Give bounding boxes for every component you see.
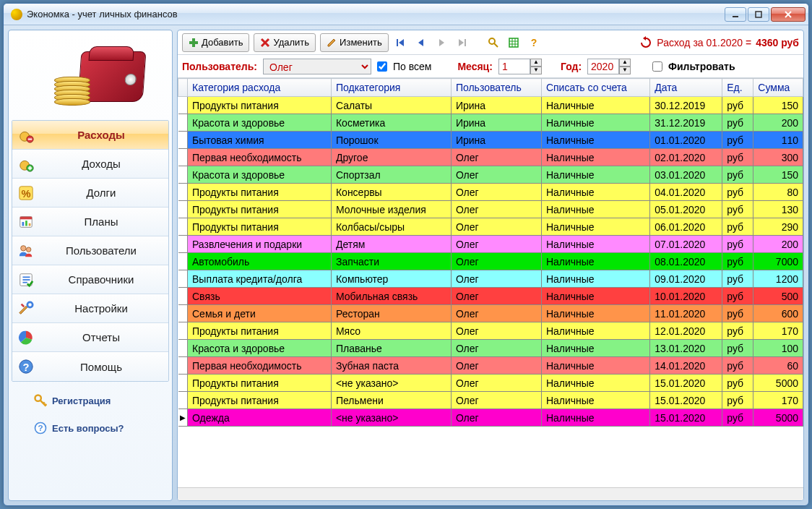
cell-category: Продукты питания bbox=[188, 218, 332, 236]
col-user[interactable]: Пользователь bbox=[451, 79, 541, 97]
table-row[interactable]: АвтомобильЗапчастиОлегНаличные08.01.2020… bbox=[178, 253, 803, 270]
cell-acc: Наличные bbox=[541, 184, 649, 201]
nav-label: Планы bbox=[40, 215, 163, 228]
svg-text:?: ? bbox=[530, 37, 537, 48]
table-row[interactable]: Продукты питанияКолбасы/сырыОлегНаличные… bbox=[178, 218, 803, 236]
col-category[interactable]: Категория расхода bbox=[188, 79, 332, 97]
cell-user: Олег bbox=[451, 218, 541, 236]
nav-reports[interactable]: Отчеты bbox=[12, 323, 168, 352]
nav-debts[interactable]: % Долги bbox=[12, 179, 168, 208]
cell-sum: 110 bbox=[753, 132, 803, 149]
table-row[interactable]: Красота и здоровьеСпортзалОлегНаличные03… bbox=[178, 166, 803, 184]
nav-settings[interactable]: Настройки bbox=[12, 294, 168, 323]
col-sum[interactable]: Сумма bbox=[753, 79, 803, 97]
cell-sub: Консервы bbox=[331, 184, 451, 201]
minimize-button[interactable] bbox=[725, 7, 746, 22]
cell-sum: 80 bbox=[753, 184, 803, 201]
table-row[interactable]: Развлечения и подаркиДетямОлегНаличные07… bbox=[178, 236, 803, 253]
table-row[interactable]: ▶Одежда<не указано>ОлегНаличные15.01.202… bbox=[178, 409, 803, 427]
last-button[interactable] bbox=[454, 35, 470, 51]
svg-rect-34 bbox=[397, 39, 398, 46]
cell-sub: Спортзал bbox=[331, 166, 451, 184]
prev-button[interactable] bbox=[413, 35, 429, 51]
cell-sum: 150 bbox=[753, 166, 803, 184]
month-input[interactable] bbox=[498, 59, 530, 74]
grid-wrap[interactable]: Категория расхода Подкатегория Пользоват… bbox=[178, 78, 803, 487]
cell-sum: 200 bbox=[753, 114, 803, 132]
nav-users[interactable]: Пользователи bbox=[12, 236, 168, 265]
col-date[interactable]: Дата bbox=[650, 79, 722, 97]
all-checkbox[interactable] bbox=[377, 61, 387, 72]
cell-sub: Порошок bbox=[331, 132, 451, 149]
cell-user: Олег bbox=[451, 201, 541, 218]
nav-label: Справочники bbox=[40, 273, 163, 286]
register-link[interactable]: Регистрация bbox=[33, 393, 169, 408]
delete-button[interactable]: Удалить bbox=[254, 33, 316, 52]
svg-marker-48 bbox=[643, 36, 646, 40]
table-row[interactable]: Продукты питанияМясоОлегНаличные12.01.20… bbox=[178, 322, 803, 340]
table-row[interactable]: Первая необходимостьЗубная пастаОлегНали… bbox=[178, 357, 803, 375]
cell-category: Первая необходимость bbox=[188, 149, 332, 166]
help-button[interactable]: ? bbox=[526, 35, 542, 51]
questions-link[interactable]: ? Есть вопросы? bbox=[33, 421, 169, 435]
h-scrollbar[interactable] bbox=[178, 487, 803, 500]
next-button[interactable] bbox=[433, 35, 449, 51]
table-row[interactable]: Продукты питанияСалатыИринаНаличные30.12… bbox=[178, 97, 803, 114]
month-up[interactable]: ▲ bbox=[530, 59, 542, 67]
x-icon bbox=[260, 38, 270, 48]
edit-button[interactable]: Изменить bbox=[320, 33, 389, 52]
window-title: Экономка - учет личных финансов bbox=[27, 9, 725, 20]
nav-income[interactable]: Доходы bbox=[12, 150, 168, 179]
nav-references[interactable]: Справочники bbox=[12, 265, 168, 294]
table-row[interactable]: Семья и детиРесторанОлегНаличные11.01.20… bbox=[178, 305, 803, 322]
month-down[interactable]: ▼ bbox=[530, 67, 542, 74]
table-row[interactable]: Красота и здоровьеПлаваньеОлегНаличные13… bbox=[178, 340, 803, 357]
cell-sub: Другое bbox=[331, 149, 451, 166]
col-subcategory[interactable]: Подкатегория bbox=[331, 79, 451, 97]
cell-acc: Наличные bbox=[541, 288, 649, 305]
main-panel: Добавить Удалить Изменить ? bbox=[177, 30, 804, 501]
table-row[interactable]: СвязьМобильная связьОлегНаличные10.01.20… bbox=[178, 288, 803, 305]
table-row[interactable]: Бытовая химияПорошокИринаНаличные01.01.2… bbox=[178, 132, 803, 149]
cell-unit: руб bbox=[722, 270, 753, 288]
cell-sub: Колбасы/сыры bbox=[331, 218, 451, 236]
table-row[interactable]: Выплата кредита/долгаКомпьютерОлегНаличн… bbox=[178, 270, 803, 288]
export-button[interactable] bbox=[506, 35, 522, 51]
table-row[interactable]: Первая необходимостьДругоеОлегНаличные02… bbox=[178, 149, 803, 166]
nav-plans[interactable]: Планы bbox=[12, 208, 168, 236]
nav-expenses[interactable]: Расходы bbox=[12, 121, 168, 150]
table-row[interactable]: Продукты питания<не указано>ОлегНаличные… bbox=[178, 375, 803, 392]
cell-unit: руб bbox=[722, 357, 753, 375]
cell-category: Продукты питания bbox=[188, 375, 332, 392]
col-account[interactable]: Списать со счета bbox=[541, 79, 649, 97]
cell-category: Выплата кредита/долга bbox=[188, 270, 332, 288]
year-up[interactable]: ▲ bbox=[619, 59, 631, 67]
cell-category: Одежда bbox=[188, 409, 332, 427]
year-input[interactable] bbox=[587, 59, 619, 74]
svg-text:?: ? bbox=[23, 362, 30, 373]
coins-plus-icon bbox=[18, 156, 34, 172]
table-row[interactable]: Продукты питанияКонсервыОлегНаличные04.0… bbox=[178, 184, 803, 201]
year-down[interactable]: ▼ bbox=[619, 67, 631, 74]
cell-date: 11.01.2020 bbox=[650, 305, 722, 322]
table-row[interactable]: Красота и здоровьеКосметикаИринаНаличные… bbox=[178, 114, 803, 132]
add-button[interactable]: Добавить bbox=[182, 33, 249, 52]
cell-sub: Компьютер bbox=[331, 270, 451, 288]
first-button[interactable] bbox=[393, 35, 409, 51]
maximize-button[interactable] bbox=[748, 7, 769, 22]
cell-category: Продукты питания bbox=[188, 184, 332, 201]
table-row[interactable]: Продукты питанияПельмениОлегНаличные15.0… bbox=[178, 392, 803, 409]
close-button[interactable] bbox=[771, 7, 805, 22]
register-label: Регистрация bbox=[52, 395, 111, 406]
cell-sum: 100 bbox=[753, 340, 803, 357]
filter-checkbox[interactable] bbox=[652, 61, 662, 72]
cell-user: Олег bbox=[451, 270, 541, 288]
cell-user: Олег bbox=[451, 392, 541, 409]
search-button[interactable] bbox=[485, 35, 501, 51]
cell-acc: Наличные bbox=[541, 253, 649, 270]
table-row[interactable]: Продукты питанияМолочные изделияОлегНали… bbox=[178, 201, 803, 218]
nav-help[interactable]: ? Помощь bbox=[12, 352, 168, 381]
user-select[interactable]: Олег bbox=[263, 59, 371, 74]
col-unit[interactable]: Ед. bbox=[722, 79, 753, 97]
cell-category: Первая необходимость bbox=[188, 357, 332, 375]
